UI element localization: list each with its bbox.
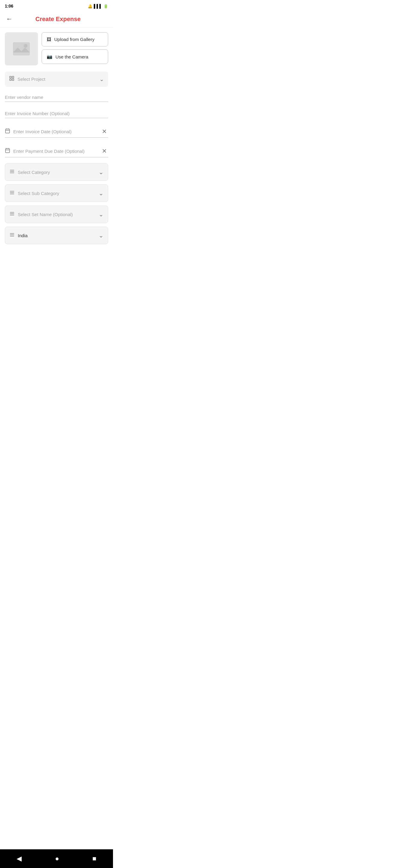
country-value: India (18, 233, 98, 238)
status-bar: 1:06 🔔 ▌▌▌ 🔋 (0, 0, 113, 11)
vendor-name-input[interactable] (5, 92, 108, 102)
select-category-dropdown[interactable]: Select Category ⌄ (5, 163, 108, 181)
placeholder-image-icon (12, 39, 31, 59)
gallery-icon: 🖼 (47, 37, 51, 42)
invoice-date-placeholder: Enter Invoice Date (Optional) (13, 129, 98, 134)
svg-point-2 (24, 44, 27, 48)
bottom-spacer (5, 248, 108, 266)
category-chevron-icon: ⌄ (98, 168, 104, 176)
subcategory-chevron-icon: ⌄ (98, 190, 104, 197)
payment-due-date-row: Enter Payment Due Date (Optional) ✕ (5, 144, 108, 157)
invoice-date-row: Enter Invoice Date (Optional) ✕ (5, 124, 108, 138)
main-content: 🖼 Upload from Gallery 📷 Use the Camera S… (0, 27, 113, 271)
select-setname-label: Select Set Name (Optional) (18, 212, 98, 217)
signal-icon: ▌▌▌ (94, 4, 102, 8)
use-camera-button[interactable]: 📷 Use the Camera (41, 50, 108, 64)
project-icon (9, 76, 14, 83)
country-dropdown[interactable]: India ⌄ (5, 227, 108, 244)
category-icon (9, 169, 15, 176)
bottom-nav: ◀ ● ■ (0, 849, 113, 868)
invoice-number-group (5, 108, 108, 118)
project-chevron-icon: ⌄ (99, 76, 104, 83)
svg-rect-7 (5, 129, 10, 133)
header: ← Create Expense (0, 11, 113, 27)
back-button[interactable]: ← (5, 14, 14, 24)
country-icon (9, 232, 15, 239)
notification-icon: 🔔 (88, 4, 93, 8)
invoice-date-icon (5, 128, 10, 135)
use-camera-label: Use the Camera (56, 54, 88, 59)
payment-date-clear-button[interactable]: ✕ (101, 147, 108, 155)
select-category-label: Select Category (18, 170, 98, 175)
upload-gallery-label: Upload from Gallery (54, 37, 94, 42)
select-subcategory-dropdown[interactable]: Select Sub Category ⌄ (5, 184, 108, 202)
status-time: 1:06 (5, 4, 13, 8)
image-placeholder[interactable] (5, 32, 38, 65)
select-project-dropdown[interactable]: Select Project ⌄ (5, 71, 108, 87)
upload-gallery-button[interactable]: 🖼 Upload from Gallery (41, 32, 108, 46)
payment-due-date-placeholder: Enter Payment Due Date (Optional) (13, 149, 98, 154)
invoice-date-clear-button[interactable]: ✕ (101, 127, 108, 135)
upload-section: 🖼 Upload from Gallery 📷 Use the Camera (5, 32, 108, 65)
svg-rect-5 (10, 79, 11, 81)
page-title: Create Expense (18, 16, 98, 23)
svg-rect-0 (13, 42, 30, 56)
camera-icon: 📷 (47, 54, 53, 59)
invoice-number-input[interactable] (5, 108, 108, 118)
battery-icon: 🔋 (103, 4, 108, 8)
setname-chevron-icon: ⌄ (98, 211, 104, 218)
svg-rect-6 (12, 79, 14, 81)
subcategory-icon (9, 190, 15, 197)
nav-recents-button[interactable]: ■ (86, 853, 102, 864)
upload-buttons: 🖼 Upload from Gallery 📷 Use the Camera (41, 32, 108, 65)
vendor-name-group (5, 92, 108, 102)
select-subcategory-label: Select Sub Category (18, 191, 98, 196)
setname-icon (9, 211, 15, 218)
payment-date-icon (5, 148, 10, 155)
country-chevron-icon: ⌄ (98, 232, 104, 239)
svg-rect-4 (12, 76, 14, 78)
svg-rect-11 (5, 149, 10, 153)
status-icons: 🔔 ▌▌▌ 🔋 (88, 4, 108, 8)
select-setname-dropdown[interactable]: Select Set Name (Optional) ⌄ (5, 206, 108, 223)
nav-home-button[interactable]: ● (49, 853, 65, 864)
select-project-label: Select Project (18, 76, 99, 82)
svg-rect-3 (10, 76, 11, 78)
nav-back-button[interactable]: ◀ (10, 853, 28, 864)
